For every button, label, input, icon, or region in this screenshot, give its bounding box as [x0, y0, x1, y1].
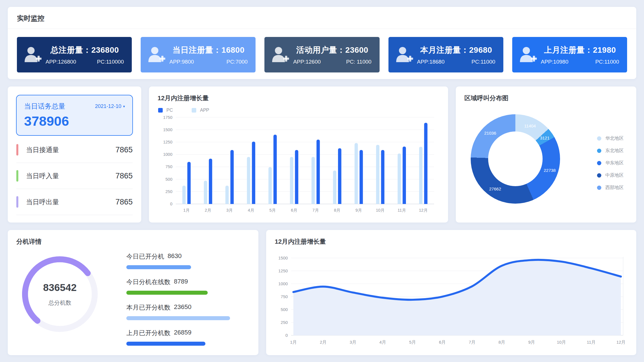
caret-down-icon: ▾: [123, 104, 125, 109]
bar-pc: [273, 135, 277, 204]
y-tick-label: 750: [166, 164, 172, 169]
call-total-box: 当日话务总量 2021-12-10▾ 378906: [16, 95, 133, 136]
bar-pc: [230, 150, 234, 204]
register-growth-area-panel: 12月内注册增长量 02505007501000125015001月2月3月4月…: [266, 230, 636, 355]
bar-pc: [424, 123, 428, 204]
bar-pc: [252, 141, 255, 204]
x-tick-label: 6月: [439, 340, 445, 345]
chart-title: 12月内注册增长量: [275, 237, 628, 246]
stat-label-and-value: 上月注册量：21980: [540, 45, 620, 56]
legend-item-pc[interactable]: PC: [158, 108, 173, 113]
progress-item-lastmonth-opened: 上月已开分机数26859: [126, 329, 238, 346]
panel-header: 实时监控: [8, 7, 636, 29]
grouped-bar-chart: 025050075010001250150017501月2月3月4月5月6月7月…: [158, 115, 439, 215]
x-tick-label: 11月: [587, 340, 595, 345]
y-tick-label: 1750: [163, 115, 172, 120]
y-tick-label: 0: [170, 202, 172, 206]
date-selector[interactable]: 2021-12-10▾: [95, 103, 125, 109]
add-user-icon: [271, 46, 289, 63]
x-tick-label: 3月: [350, 340, 356, 345]
x-tick-label: 4月: [379, 340, 386, 345]
dashboard: 实时监控 总注册量：236800 APP:126800PC:110000 当日注…: [0, 0, 644, 362]
x-tick-label: 10月: [557, 340, 566, 345]
call-row-inbound: 当日呼入量 7865: [16, 163, 133, 189]
bar-app: [419, 147, 423, 204]
legend-item-north[interactable]: 华北地区: [597, 135, 624, 141]
call-summary-panel: 当日话务总量 2021-12-10▾ 378906 当日接通量 7865 当日呼…: [8, 86, 141, 223]
donut-legend: 华北地区 东北地区 华东地区 中原地区 西部地区: [597, 135, 624, 191]
bar-app: [311, 157, 315, 204]
bar-pc: [187, 162, 191, 204]
bar-app: [268, 167, 272, 204]
gauge-chart: 836542 总分机数: [18, 252, 102, 336]
chart-title: 区域呼叫分布图: [464, 94, 628, 103]
x-tick-label: 2月: [205, 208, 211, 213]
x-tick-label: 1月: [290, 340, 297, 345]
slice-value-label: 27662: [489, 186, 501, 191]
stat-label-and-value: 活动用户量：23600: [292, 45, 372, 56]
bar-app: [247, 157, 250, 204]
pc-swatch: [158, 108, 163, 113]
stat-label-and-value: 当日注册量：16800: [168, 45, 249, 56]
bar-app: [376, 145, 380, 204]
y-tick-label: 1500: [278, 256, 288, 260]
bar-app: [333, 171, 336, 204]
x-tick-label: 6月: [291, 208, 297, 213]
stat-breakdown: APP:126800PC:110000: [44, 59, 125, 65]
realtime-monitor-panel: 实时监控 总注册量：236800 APP:126800PC:110000 当日注…: [8, 7, 636, 79]
row-accent-bar: [16, 144, 18, 156]
gauge-label: 总分机数: [48, 299, 71, 307]
bar-app: [225, 186, 229, 204]
row-accent-bar: [16, 170, 18, 182]
slice-value-label: 3121: [540, 135, 549, 140]
bar-app: [290, 157, 293, 204]
progress-bar: [126, 316, 238, 320]
x-tick-label: 3月: [226, 208, 233, 213]
x-tick-label: 1月: [183, 208, 190, 213]
bar-pc: [338, 148, 341, 204]
progress-bar: [126, 265, 238, 269]
page-title: 实时监控: [17, 14, 627, 23]
legend-item-northeast[interactable]: 东北地区: [597, 148, 624, 154]
stat-card-lastmonth-registrations: 上月注册量：21980 APP:10980PC:11000: [512, 37, 627, 72]
y-tick-label: 250: [281, 320, 288, 325]
y-tick-label: 250: [166, 189, 172, 194]
stat-label-and-value: 总注册量：236800: [44, 45, 125, 56]
legend-item-app[interactable]: APP: [192, 108, 209, 113]
donut-chart: 114043121227382766221036: [471, 114, 560, 204]
stat-card-total-registrations: 总注册量：236800 APP:126800PC:110000: [17, 37, 132, 72]
legend-item-east[interactable]: 华东地区: [597, 160, 624, 166]
call-total-value: 378906: [24, 114, 125, 128]
app-swatch: [192, 108, 196, 113]
bar-pc: [381, 150, 384, 204]
bar-chart-legend: PC APP: [158, 108, 439, 113]
y-tick-label: 1000: [163, 152, 172, 157]
donut-hole: [488, 131, 543, 186]
x-tick-label: 4月: [248, 208, 254, 213]
x-tick-label: 11月: [398, 208, 406, 213]
x-tick-label: 2月: [320, 340, 327, 345]
y-tick-label: 0: [285, 333, 288, 338]
slice-value-label: 22738: [544, 168, 556, 173]
y-tick-label: 1250: [163, 140, 172, 144]
x-tick-label: 9月: [528, 340, 535, 345]
y-tick-label: 500: [166, 177, 172, 182]
bar-app: [398, 154, 401, 204]
add-user-icon: [519, 46, 537, 63]
legend-item-west[interactable]: 西部地区: [597, 185, 624, 191]
legend-item-central[interactable]: 中原地区: [597, 172, 624, 178]
stat-breakdown: APP:12600PC: 11000: [292, 59, 372, 65]
legend-dot: [597, 173, 601, 178]
stat-label-and-value: 本月注册量：29680: [416, 45, 496, 56]
y-tick-label: 1250: [278, 269, 288, 273]
y-tick-label: 500: [281, 307, 288, 312]
legend-dot: [597, 186, 601, 190]
bar-pc: [295, 150, 299, 204]
progress-bar: [126, 291, 238, 295]
x-tick-label: 8月: [498, 340, 505, 345]
stat-breakdown: APP:10980PC:11000: [540, 59, 620, 65]
legend-dot: [597, 136, 601, 141]
legend-dot: [597, 161, 601, 165]
y-tick-label: 750: [281, 294, 288, 299]
progress-bar: [126, 342, 238, 346]
